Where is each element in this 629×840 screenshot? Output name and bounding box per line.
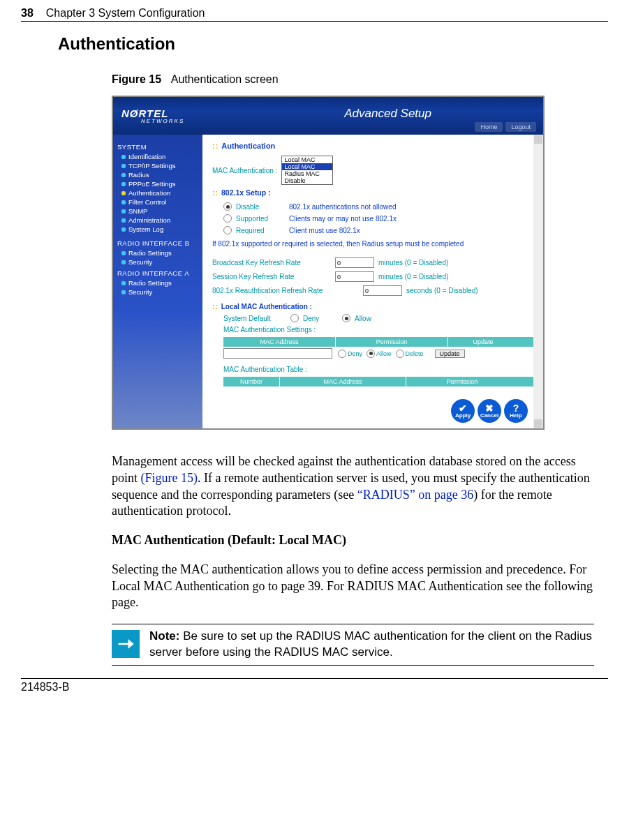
footer-id: 214853-B [21,678,608,693]
system-default-label: System Default [223,315,286,322]
session-key-unit: minutes (0 = Disabled) [378,273,448,280]
perm-allow[interactable] [367,350,375,358]
local-mac-title: ::Local MAC Authentication : [212,303,533,310]
sidebar-item-radio-a-security[interactable]: Security [117,287,198,297]
sidebar-item-snmp[interactable]: SNMP [117,207,198,216]
reauth-unit: seconds (0 = Disabled) [406,287,478,294]
mac-settings-table-header: MAC Address Permission Update [223,337,533,347]
radio-disable-desc: 802.1x authentications not allowed [289,203,396,211]
sidebar-item-syslog[interactable]: System Log [117,225,198,234]
sys-default-allow[interactable] [342,314,350,322]
radio-required-desc: Client must use 802.1x [289,227,360,234]
figure-title: Authentication screen [171,73,279,85]
note-block: Note: Be sure to set up the RADIUS MAC a… [112,624,594,666]
sidebar-section-system: SYSTEM [117,143,198,151]
mac-auth-select[interactable]: Local MAC Local MAC Radius MAC Disable [281,156,333,185]
page-header: 38 Chapter 3 System Configuration [21,7,608,22]
broadcast-key-label: Broadcast Key Refresh Rate [212,259,331,267]
radio-disable[interactable] [223,202,232,211]
sidebar-item-radio-a-settings[interactable]: Radio Settings [117,278,198,287]
mac-table-header: Number MAC Address Permission [223,377,533,387]
radius-note: If 802.1x supported or required is selec… [212,240,533,248]
reauth-input[interactable] [363,285,402,296]
sidebar-item-admin[interactable]: Administration [117,216,198,225]
radio-supported-desc: Clients may or may not use 802.1x [289,215,397,223]
cancel-button[interactable]: ✖Cancel [478,399,501,423]
mac-table-label: MAC Authentication Table : [223,366,307,373]
radio-supported[interactable] [223,214,232,223]
sidebar-item-authentication[interactable]: Authentication [117,188,198,197]
sys-default-deny[interactable] [290,314,299,322]
session-key-label: Session Key Refresh Rate [212,273,331,280]
arrow-icon [112,630,140,658]
paragraph-2: Selecting the MAC authentication allows … [112,562,594,611]
content-pane: ::Authentication MAC Authentication : Lo… [202,135,543,428]
radio-required[interactable] [223,226,232,234]
figure-label: Figure 15 [112,73,161,85]
mac-settings-label: MAC Authentication Settings : [223,326,316,333]
perm-deny[interactable] [338,350,346,358]
link-figure-15[interactable]: (Figure 15) [141,471,198,485]
broadcast-key-input[interactable] [335,257,374,268]
radio-disable-label: Disable [236,203,285,211]
paragraph-1: Management access will be checked agains… [112,453,594,520]
sidebar-section-radio-a: RADIO INTERFACE A [117,269,198,277]
logout-button[interactable]: Logout [505,122,536,132]
8021x-setup-label: ::802.1x Setup : [212,188,533,197]
scrollbar[interactable] [533,135,543,428]
broadcast-key-unit: minutes (0 = Disabled) [378,259,448,267]
note-text: Be sure to set up the RADIUS MAC authent… [149,629,592,659]
section-heading-authentication: Authentication [58,34,608,54]
mac-auth-label: MAC Authentication : [212,167,277,174]
sidebar-item-radio-b-settings[interactable]: Radio Settings [117,248,198,257]
home-button[interactable]: Home [475,122,503,132]
content-title: ::Authentication [212,142,533,150]
sidebar-item-tcpip[interactable]: TCP/IP Settings [117,161,198,170]
note-label: Note: [149,629,183,643]
sidebar-item-radius[interactable]: Radius [117,170,198,179]
sidebar-section-radio-b: RADIO INTERFACE B [117,239,198,247]
radio-supported-label: Supported [236,215,285,223]
sidebar-item-identification[interactable]: Identification [117,152,198,161]
sidebar-item-pppoe[interactable]: PPPoE Settings [117,179,198,188]
update-button[interactable]: Update [435,350,465,358]
session-key-input[interactable] [335,271,374,282]
radio-required-label: Required [236,227,285,234]
banner: NØRTEL NETWORKS Advanced Setup Home Logo… [113,97,543,135]
chapter-title: Chapter 3 System Configuration [46,7,205,20]
banner-title: Advanced Setup [344,107,431,121]
sidebar: SYSTEM Identification TCP/IP Settings Ra… [113,135,202,428]
subheading-mac-auth: MAC Authentication (Default: Local MAC) [112,532,594,549]
sidebar-item-radio-b-security[interactable]: Security [117,257,198,267]
page-number: 38 [21,7,34,20]
reauth-label: 802.1x Reauthtication Refresh Rate [212,287,359,294]
apply-button[interactable]: ✔Apply [451,399,475,423]
perm-delete[interactable] [396,350,404,358]
link-radius-page[interactable]: “RADIUS” on page 36 [357,488,473,502]
figure-caption: Figure 15 Authentication screen [112,73,594,86]
mac-settings-row: Deny Allow Delete Update [223,347,533,360]
mac-address-input[interactable] [223,348,332,359]
sidebar-item-filter[interactable]: Filter Control [117,197,198,207]
help-button[interactable]: ?Help [504,399,528,423]
authentication-screenshot: NØRTEL NETWORKS Advanced Setup Home Logo… [112,96,545,430]
